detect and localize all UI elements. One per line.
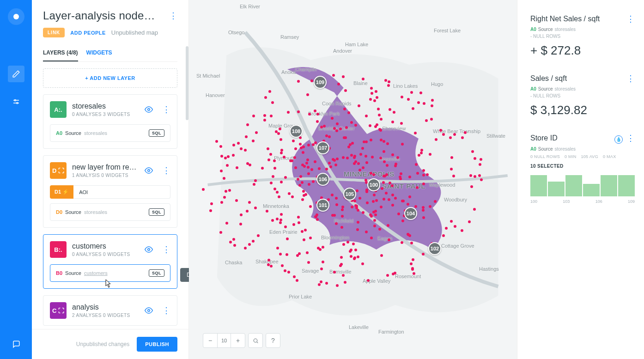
- data-point: [299, 143, 302, 146]
- data-point: [325, 134, 328, 137]
- analysis-row[interactable]: D1 ⚡AOI: [50, 185, 170, 199]
- link-button[interactable]: LINK: [43, 28, 65, 37]
- widget-menu-icon[interactable]: ⋮: [626, 14, 635, 24]
- store-pin[interactable]: 105: [343, 188, 356, 201]
- store-pin[interactable]: 100: [367, 178, 380, 191]
- source-row[interactable]: A0SourcestoresalesSQL: [50, 124, 170, 142]
- data-point: [412, 107, 414, 110]
- data-point: [383, 160, 386, 163]
- source-row[interactable]: B0SourcecustomersSQL: [50, 264, 170, 282]
- data-point: [284, 269, 286, 272]
- data-point: [430, 118, 433, 121]
- city-label: Eden Prairie: [269, 229, 298, 235]
- data-point: [422, 169, 425, 172]
- store-pin[interactable]: 101: [316, 199, 329, 212]
- scrollbar[interactable]: [186, 46, 188, 120]
- layer-menu-icon[interactable]: ⋮: [162, 165, 170, 176]
- layer-menu-icon[interactable]: ⋮: [162, 305, 170, 316]
- eye-icon[interactable]: [145, 105, 153, 114]
- layer-card[interactable]: C ⛶analysis2 ANALYSES 0 WIDGETS⋮: [43, 295, 177, 326]
- data-point: [316, 113, 319, 116]
- histogram-bar[interactable]: [618, 175, 635, 196]
- chat-tool[interactable]: [8, 336, 24, 353]
- data-point: [381, 187, 383, 190]
- data-point: [341, 215, 344, 218]
- data-point: [297, 110, 300, 113]
- data-point: [365, 231, 368, 233]
- map-canvas[interactable]: − 10 + ? MINNEAPOLISSAINT PAULElk RiverO…: [189, 0, 517, 359]
- histogram-bar[interactable]: [583, 184, 600, 196]
- layer-card[interactable]: B:.customers0 ANALYSES 0 WIDGETS⋮B0Sourc…: [43, 234, 177, 289]
- data-point: [365, 161, 368, 164]
- analysis-label: AOI: [73, 185, 170, 199]
- widget-menu-icon[interactable]: ⋮: [626, 74, 635, 83]
- data-point: [357, 209, 359, 212]
- tab-widgets[interactable]: WIDGETS: [86, 46, 112, 61]
- store-pin[interactable]: 104: [404, 207, 417, 220]
- histogram-bar[interactable]: [565, 175, 582, 196]
- widget-menu-icon[interactable]: ⋮: [626, 134, 635, 143]
- data-point: [361, 262, 364, 265]
- publish-button[interactable]: PUBLISH: [137, 337, 177, 352]
- sql-badge[interactable]: SQL: [149, 269, 164, 277]
- data-point: [297, 216, 300, 219]
- add-people-button[interactable]: ADD PEOPLE: [70, 30, 106, 36]
- help-button[interactable]: ?: [266, 334, 280, 347]
- eye-icon[interactable]: [145, 166, 153, 175]
- data-point: [263, 114, 266, 117]
- data-point: [350, 154, 353, 157]
- source-row[interactable]: D0SourcestoresalesSQL: [50, 203, 170, 221]
- eye-icon[interactable]: [145, 245, 153, 254]
- search-map-button[interactable]: [249, 334, 262, 347]
- data-point: [220, 170, 223, 172]
- zoom-out-button[interactable]: −: [203, 334, 217, 347]
- data-point: [391, 194, 394, 196]
- add-layer-button[interactable]: + ADD NEW LAYER: [43, 68, 177, 88]
- tab-layers[interactable]: LAYERS (4/8): [43, 46, 78, 61]
- layer-card[interactable]: A:.storesales0 ANALYSES 3 WIDGETS⋮A0Sour…: [43, 94, 177, 149]
- data-point: [397, 213, 400, 215]
- layer-menu-icon[interactable]: ⋮: [162, 244, 170, 255]
- layer-card[interactable]: D ⛶new layer from resu…1 ANALYSIS 0 WIDG…: [43, 155, 177, 228]
- logo[interactable]: [8, 8, 24, 25]
- droplet-icon[interactable]: 💧: [614, 135, 623, 144]
- layer-sub: 2 ANALYSES 0 WIDGETS: [72, 313, 139, 318]
- title-menu-icon[interactable]: ⋮: [169, 11, 177, 21]
- store-pin[interactable]: 102: [428, 242, 441, 255]
- data-point: [320, 280, 322, 283]
- data-point: [449, 136, 452, 139]
- data-point: [301, 181, 304, 184]
- settings-tool[interactable]: [8, 93, 24, 110]
- data-point: [333, 127, 336, 130]
- layer-sub: 0 ANALYSES 0 WIDGETS: [72, 252, 139, 257]
- data-point: [401, 143, 404, 146]
- data-point: [358, 104, 360, 107]
- data-point: [422, 206, 425, 209]
- city-label: Brooklyn Park: [308, 111, 340, 116]
- data-point: [276, 247, 279, 249]
- chat-icon: [12, 340, 20, 348]
- sql-badge[interactable]: SQL: [149, 129, 164, 137]
- histogram-bar[interactable]: [548, 182, 565, 196]
- pencil-tool[interactable]: [8, 66, 24, 82]
- histogram-bar[interactable]: [601, 175, 617, 196]
- histogram[interactable]: [530, 175, 635, 196]
- data-point: [333, 271, 336, 274]
- data-point: [226, 164, 229, 167]
- store-pin[interactable]: 106: [316, 173, 329, 186]
- store-pin[interactable]: 108: [290, 125, 303, 138]
- layer-menu-icon[interactable]: ⋮: [162, 104, 170, 115]
- data-point: [383, 175, 386, 177]
- sql-badge[interactable]: SQL: [149, 208, 164, 216]
- eye-icon[interactable]: [145, 306, 153, 315]
- histogram-bar[interactable]: [530, 175, 547, 196]
- store-pin[interactable]: 107: [316, 141, 329, 154]
- store-pin[interactable]: 109: [314, 76, 327, 89]
- zoom-in-button[interactable]: +: [231, 334, 245, 347]
- data-point: [420, 149, 423, 152]
- data-point: [422, 174, 425, 176]
- data-point: [470, 185, 473, 188]
- data-point: [225, 190, 227, 193]
- data-point: [357, 162, 360, 165]
- data-point: [369, 124, 371, 127]
